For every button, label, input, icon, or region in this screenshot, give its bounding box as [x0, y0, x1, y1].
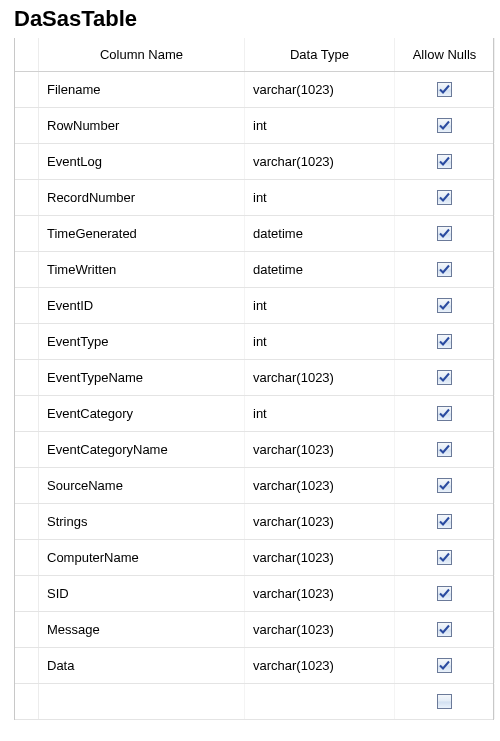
- allow-nulls-cell[interactable]: [395, 432, 495, 467]
- column-name-cell[interactable]: SID: [39, 576, 245, 611]
- allow-nulls-cell[interactable]: [395, 360, 495, 395]
- data-type-cell[interactable]: datetime: [245, 252, 395, 287]
- data-type-cell[interactable]: varchar(1023): [245, 72, 395, 107]
- row-gutter[interactable]: [15, 396, 39, 431]
- data-type-cell[interactable]: int: [245, 324, 395, 359]
- data-type-cell[interactable]: varchar(1023): [245, 504, 395, 539]
- allow-nulls-cell[interactable]: [395, 504, 495, 539]
- allow-nulls-checkbox[interactable]: [437, 694, 452, 709]
- table-row[interactable]: EventCategoryint: [15, 396, 493, 432]
- table-row[interactable]: [15, 684, 493, 720]
- allow-nulls-cell[interactable]: [395, 576, 495, 611]
- row-gutter[interactable]: [15, 504, 39, 539]
- allow-nulls-cell[interactable]: [395, 648, 495, 683]
- column-name-cell[interactable]: TimeGenerated: [39, 216, 245, 251]
- row-gutter[interactable]: [15, 468, 39, 503]
- row-gutter[interactable]: [15, 216, 39, 251]
- allow-nulls-checkbox[interactable]: [437, 262, 452, 277]
- grid-header-data-type[interactable]: Data Type: [245, 38, 395, 71]
- row-gutter[interactable]: [15, 252, 39, 287]
- allow-nulls-cell[interactable]: [395, 468, 495, 503]
- table-row[interactable]: TimeWrittendatetime: [15, 252, 493, 288]
- row-gutter[interactable]: [15, 144, 39, 179]
- allow-nulls-cell[interactable]: [395, 72, 495, 107]
- column-name-cell[interactable]: RecordNumber: [39, 180, 245, 215]
- table-row[interactable]: Filenamevarchar(1023): [15, 72, 493, 108]
- table-row[interactable]: RowNumberint: [15, 108, 493, 144]
- table-row[interactable]: Messagevarchar(1023): [15, 612, 493, 648]
- allow-nulls-cell[interactable]: [395, 216, 495, 251]
- data-type-cell[interactable]: varchar(1023): [245, 612, 395, 647]
- data-type-cell[interactable]: varchar(1023): [245, 144, 395, 179]
- data-type-cell[interactable]: varchar(1023): [245, 432, 395, 467]
- allow-nulls-checkbox[interactable]: [437, 370, 452, 385]
- table-row[interactable]: TimeGenerateddatetime: [15, 216, 493, 252]
- data-type-cell[interactable]: int: [245, 180, 395, 215]
- allow-nulls-checkbox[interactable]: [437, 478, 452, 493]
- row-gutter[interactable]: [15, 288, 39, 323]
- allow-nulls-checkbox[interactable]: [437, 334, 452, 349]
- row-gutter[interactable]: [15, 684, 39, 719]
- allow-nulls-checkbox[interactable]: [437, 82, 452, 97]
- allow-nulls-cell[interactable]: [395, 288, 495, 323]
- data-type-cell[interactable]: int: [245, 288, 395, 323]
- allow-nulls-cell[interactable]: [395, 108, 495, 143]
- data-type-cell[interactable]: int: [245, 108, 395, 143]
- allow-nulls-cell[interactable]: [395, 180, 495, 215]
- table-row[interactable]: SourceNamevarchar(1023): [15, 468, 493, 504]
- table-row[interactable]: EventLogvarchar(1023): [15, 144, 493, 180]
- data-type-cell[interactable]: varchar(1023): [245, 540, 395, 575]
- data-type-cell[interactable]: varchar(1023): [245, 360, 395, 395]
- allow-nulls-checkbox[interactable]: [437, 442, 452, 457]
- column-name-cell[interactable]: EventCategoryName: [39, 432, 245, 467]
- column-name-cell[interactable]: Strings: [39, 504, 245, 539]
- table-row[interactable]: EventIDint: [15, 288, 493, 324]
- data-type-cell[interactable]: datetime: [245, 216, 395, 251]
- row-gutter[interactable]: [15, 648, 39, 683]
- table-row[interactable]: EventTypeNamevarchar(1023): [15, 360, 493, 396]
- allow-nulls-checkbox[interactable]: [437, 154, 452, 169]
- table-row[interactable]: ComputerNamevarchar(1023): [15, 540, 493, 576]
- data-type-cell[interactable]: varchar(1023): [245, 648, 395, 683]
- allow-nulls-cell[interactable]: [395, 612, 495, 647]
- column-name-cell[interactable]: EventID: [39, 288, 245, 323]
- allow-nulls-checkbox[interactable]: [437, 586, 452, 601]
- column-name-cell[interactable]: Filename: [39, 72, 245, 107]
- allow-nulls-cell[interactable]: [395, 540, 495, 575]
- data-type-cell[interactable]: [245, 684, 395, 719]
- column-name-cell[interactable]: ComputerName: [39, 540, 245, 575]
- allow-nulls-checkbox[interactable]: [437, 226, 452, 241]
- table-row[interactable]: SIDvarchar(1023): [15, 576, 493, 612]
- table-row[interactable]: EventCategoryNamevarchar(1023): [15, 432, 493, 468]
- allow-nulls-cell[interactable]: [395, 252, 495, 287]
- row-gutter[interactable]: [15, 108, 39, 143]
- table-row[interactable]: EventTypeint: [15, 324, 493, 360]
- column-name-cell[interactable]: EventTypeName: [39, 360, 245, 395]
- row-gutter[interactable]: [15, 612, 39, 647]
- row-gutter[interactable]: [15, 540, 39, 575]
- table-row[interactable]: Datavarchar(1023): [15, 648, 493, 684]
- column-name-cell[interactable]: Data: [39, 648, 245, 683]
- allow-nulls-checkbox[interactable]: [437, 622, 452, 637]
- grid-header-allow-nulls[interactable]: Allow Nulls: [395, 38, 495, 71]
- allow-nulls-cell[interactable]: [395, 684, 495, 719]
- allow-nulls-checkbox[interactable]: [437, 514, 452, 529]
- table-row[interactable]: RecordNumberint: [15, 180, 493, 216]
- column-name-cell[interactable]: RowNumber: [39, 108, 245, 143]
- column-name-cell[interactable]: EventLog: [39, 144, 245, 179]
- column-name-cell[interactable]: EventType: [39, 324, 245, 359]
- row-gutter[interactable]: [15, 360, 39, 395]
- row-gutter[interactable]: [15, 72, 39, 107]
- allow-nulls-checkbox[interactable]: [437, 190, 452, 205]
- column-name-cell[interactable]: EventCategory: [39, 396, 245, 431]
- allow-nulls-cell[interactable]: [395, 396, 495, 431]
- table-row[interactable]: Stringsvarchar(1023): [15, 504, 493, 540]
- row-gutter[interactable]: [15, 324, 39, 359]
- column-name-cell[interactable]: TimeWritten: [39, 252, 245, 287]
- row-gutter[interactable]: [15, 432, 39, 467]
- data-type-cell[interactable]: varchar(1023): [245, 468, 395, 503]
- data-type-cell[interactable]: varchar(1023): [245, 576, 395, 611]
- row-gutter[interactable]: [15, 576, 39, 611]
- row-gutter[interactable]: [15, 180, 39, 215]
- allow-nulls-checkbox[interactable]: [437, 118, 452, 133]
